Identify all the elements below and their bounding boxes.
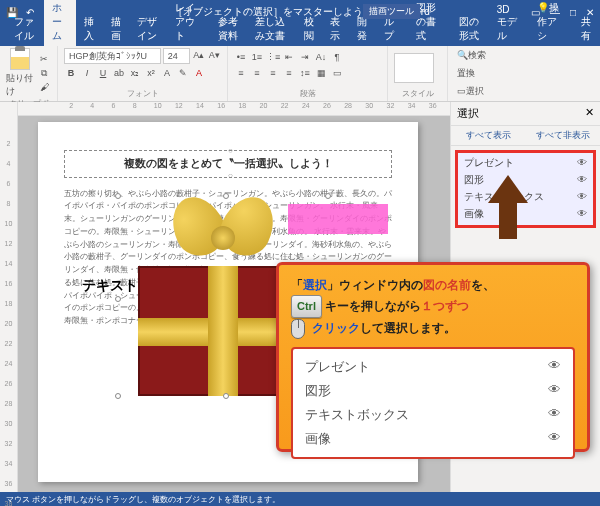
- numbering-icon[interactable]: 1≡: [250, 50, 264, 64]
- selection-handle[interactable]: [115, 296, 121, 302]
- mouse-icon: [291, 319, 305, 339]
- find-button[interactable]: 🔍検索: [454, 48, 492, 63]
- show-marks-icon[interactable]: ¶: [330, 50, 344, 64]
- bold-button[interactable]: B: [64, 66, 78, 80]
- ribbon-group-paragraph: •≡ 1≡ ⋮≡ ⇤ ⇥ A↓ ¶ ≡ ≡ ≡ ≡ ↕≡ ▦ ▭ 段落: [228, 46, 388, 101]
- contextual-tab-label: 描画ツール: [363, 4, 420, 19]
- status-hint: マウス ボタンを押しながらドラッグし、複数のオブジェクトを選択します。: [6, 494, 280, 505]
- visibility-toggle-icon[interactable]: 👁: [577, 191, 587, 204]
- font-color-icon[interactable]: A: [192, 66, 206, 80]
- selection-handle[interactable]: [115, 393, 121, 399]
- ribbon: 貼り付け ✂ ⧉ 🖌 クリップボード HGP創英角ｺﾞｼｯｸU 24 A▴ A▾…: [0, 46, 600, 102]
- callout-line-1: 「選択」ウィンドウ内の図の名前を、: [291, 275, 575, 295]
- tab-home[interactable]: ホーム: [44, 0, 76, 46]
- eye-icon: 👁: [548, 358, 561, 376]
- callout-list-item: 図形👁: [303, 379, 563, 403]
- styles-group-label: スタイル: [394, 88, 441, 99]
- align-right-icon[interactable]: ≡: [266, 66, 280, 80]
- callout-list-item: 画像👁: [303, 427, 563, 451]
- callout-line-3: クリックして選択します。: [291, 318, 575, 339]
- font-size-combo[interactable]: 24: [163, 48, 190, 64]
- visibility-toggle-icon[interactable]: 👁: [577, 157, 587, 170]
- hide-all-button[interactable]: すべて非表示: [526, 126, 601, 145]
- callout-list-item: テキストボックス👁: [303, 403, 563, 427]
- vertical-ruler: 2468101214161820222426283032343638404244…: [0, 102, 18, 492]
- ctrl-key-icon: Ctrl: [291, 295, 322, 318]
- cut-icon[interactable]: ✂: [37, 52, 51, 66]
- tab-design[interactable]: デザイン: [129, 12, 167, 46]
- selection-handle[interactable]: [223, 193, 229, 199]
- font-group-label: フォント: [64, 88, 221, 99]
- align-center-icon[interactable]: ≡: [250, 66, 264, 80]
- tab-picture-format[interactable]: 図の形式: [451, 12, 489, 46]
- tell-me[interactable]: 💡操作アシ: [529, 0, 573, 46]
- tab-layout[interactable]: レイアウト: [167, 0, 210, 46]
- tab-references[interactable]: 参考資料: [210, 12, 248, 46]
- callout-selection-list: プレゼント👁 図形👁 テキストボックス👁 画像👁: [291, 347, 575, 459]
- justify-icon[interactable]: ≡: [282, 66, 296, 80]
- selection-pane-close-icon[interactable]: ✕: [585, 106, 594, 121]
- status-bar: マウス ボタンを押しながらドラッグし、複数のオブジェクトを選択します。: [0, 492, 600, 506]
- increase-indent-icon[interactable]: ⇥: [298, 50, 312, 64]
- selection-handle[interactable]: [223, 393, 229, 399]
- horizontal-ruler: 24681012141618202224262830323436: [18, 102, 450, 116]
- tab-3d-model[interactable]: 3D モデル: [489, 1, 530, 46]
- shrink-font-icon[interactable]: A▾: [208, 48, 221, 62]
- selection-pane-title: 選択: [457, 106, 479, 121]
- underline-button[interactable]: U: [96, 66, 110, 80]
- sort-icon[interactable]: A↓: [314, 50, 328, 64]
- visibility-toggle-icon[interactable]: 👁: [577, 174, 587, 187]
- share-button[interactable]: 共有: [573, 12, 600, 46]
- ribbon-group-styles: スタイル: [388, 46, 448, 101]
- ribbon-group-font: HGP創英角ｺﾞｼｯｸU 24 A▴ A▾ B I U ab x₂ x² A ✎…: [58, 46, 228, 101]
- subscript-button[interactable]: x₂: [128, 66, 142, 80]
- clipboard-icon: [10, 48, 30, 70]
- tab-draw[interactable]: 描画: [103, 12, 130, 46]
- ribbon-group-editing: 🔍検索 置換 ▭選択: [448, 46, 498, 101]
- instruction-callout: 「選択」ウィンドウ内の図の名前を、 Ctrl キーを押しながら１つずつ クリック…: [276, 262, 590, 452]
- ribbon-group-clipboard: 貼り付け ✂ ⧉ 🖌 クリップボード: [0, 46, 58, 101]
- copy-icon[interactable]: ⧉: [37, 66, 51, 80]
- line-spacing-icon[interactable]: ↕≡: [298, 66, 312, 80]
- eye-icon: 👁: [548, 430, 561, 448]
- font-name-combo[interactable]: HGP創英角ｺﾞｼｯｸU: [64, 48, 161, 64]
- selection-handle[interactable]: [325, 193, 331, 199]
- borders-icon[interactable]: ▭: [330, 66, 344, 80]
- ribbon-tabs: ファイル ホーム 挿入 描画 デザイン レイアウト 参考資料 差し込み文書 校閲…: [0, 24, 600, 46]
- tab-mailings[interactable]: 差し込み文書: [247, 12, 295, 46]
- decrease-indent-icon[interactable]: ⇤: [282, 50, 296, 64]
- callout-line-2: Ctrl キーを押しながら１つずつ: [291, 295, 575, 318]
- tab-view[interactable]: 表示: [322, 12, 349, 46]
- visibility-toggle-icon[interactable]: 👁: [577, 208, 587, 221]
- tab-file[interactable]: ファイル: [6, 12, 44, 46]
- select-button[interactable]: ▭選択: [454, 84, 492, 99]
- strike-button[interactable]: ab: [112, 66, 126, 80]
- paste-label: 貼り付け: [6, 72, 33, 98]
- callout-list-item: プレゼント👁: [303, 355, 563, 379]
- superscript-button[interactable]: x²: [144, 66, 158, 80]
- italic-button[interactable]: I: [80, 66, 94, 80]
- highlight-icon[interactable]: ✎: [176, 66, 190, 80]
- replace-button[interactable]: 置換: [454, 66, 492, 81]
- selection-item[interactable]: プレゼント👁: [460, 155, 591, 172]
- align-left-icon[interactable]: ≡: [234, 66, 248, 80]
- format-painter-icon[interactable]: 🖌: [37, 80, 51, 94]
- tab-insert[interactable]: 挿入: [76, 12, 103, 46]
- multilevel-icon[interactable]: ⋮≡: [266, 50, 280, 64]
- gift-ribbon-vertical: [208, 266, 238, 396]
- text-effects-icon[interactable]: A: [160, 66, 174, 80]
- grow-font-icon[interactable]: A▴: [192, 48, 205, 62]
- paste-button[interactable]: 貼り付け: [6, 48, 33, 98]
- eye-icon: 👁: [548, 382, 561, 400]
- styles-gallery[interactable]: [394, 53, 434, 83]
- show-all-button[interactable]: すべて表示: [451, 126, 526, 145]
- gift-bow: [173, 196, 273, 266]
- title-text: 複数の図をまとめて〝一括選択〟しよう！: [124, 157, 333, 169]
- shading-icon[interactable]: ▦: [314, 66, 328, 80]
- annotation-arrow: [488, 175, 528, 235]
- selection-handle[interactable]: [115, 193, 121, 199]
- tab-review[interactable]: 校閲: [296, 12, 323, 46]
- title-text-box[interactable]: 複数の図をまとめて〝一括選択〟しよう！: [64, 150, 392, 178]
- bullets-icon[interactable]: •≡: [234, 50, 248, 64]
- paragraph-group-label: 段落: [234, 88, 381, 99]
